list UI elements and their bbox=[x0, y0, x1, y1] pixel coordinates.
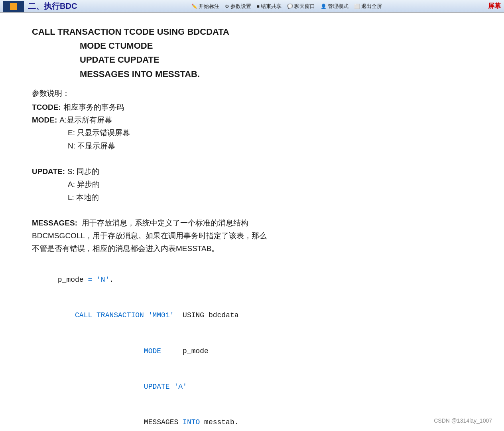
param-update-subitems: A: 异步的 L: 本地的 bbox=[32, 178, 472, 204]
code-messtab: messtab. bbox=[200, 418, 238, 426]
param-mode-key: MODE: bbox=[32, 114, 57, 127]
logo bbox=[3, 1, 24, 12]
code-transaction: TRANSACTION bbox=[92, 311, 148, 319]
param-tcode-value: 相应事务的事务码 bbox=[63, 101, 124, 114]
fullscreen-icon: ⬜ bbox=[354, 4, 360, 9]
code-spaces1: p_mode bbox=[161, 347, 209, 355]
param-mode-n: N: 不显示屏幕 bbox=[68, 140, 472, 152]
pencil-icon: ✏️ bbox=[191, 4, 197, 9]
param-update: UPDATE: S: 同步的 bbox=[32, 165, 472, 178]
toolbar-right-label: 屏幕 bbox=[488, 2, 501, 10]
messages-line1: MESSAGES: 用于存放消息，系统中定义了一个标准的消息结构 bbox=[32, 217, 472, 229]
admin-icon: 👤 bbox=[321, 4, 327, 9]
code-indent2 bbox=[58, 347, 144, 355]
code-line-1: CALL TRANSACTION TCODE USING BDCDATA bbox=[32, 25, 472, 39]
code-p-mode-var: p_mode bbox=[58, 276, 88, 284]
code-messages: MESSAGES bbox=[144, 418, 183, 426]
messages-text1: 用于存放消息，系统中定义了一个标准的消息结构 bbox=[82, 219, 248, 227]
chat-icon: 💬 bbox=[287, 4, 293, 9]
param-mode-subitems: E: 只显示错误屏幕 N: 不显示屏幕 bbox=[32, 127, 472, 152]
code-eq-sign: = bbox=[88, 276, 96, 284]
main-content: CALL TRANSACTION TCODE USING BDCDATA MOD… bbox=[0, 13, 504, 431]
code-example: p_mode = 'N'. CALL TRANSACTION 'MM01' US… bbox=[32, 263, 472, 431]
code-ex-line2: CALL TRANSACTION 'MM01' USING bdcdata bbox=[32, 298, 472, 334]
annotate-label: 开始标注 bbox=[199, 3, 219, 10]
param-section: 参数说明： TCODE: 相应事务的事务码 MODE: A:显示所有屏幕 E: … bbox=[32, 88, 472, 152]
param-mode: MODE: A:显示所有屏幕 bbox=[32, 114, 472, 127]
param-tcode: TCODE: 相应事务的事务码 bbox=[32, 101, 472, 114]
admin-label: 管理模式 bbox=[328, 3, 348, 10]
param-update-value: S: 同步的 bbox=[67, 165, 99, 178]
logo-square bbox=[10, 3, 17, 10]
code-indent4 bbox=[58, 418, 144, 426]
param-update-key: UPDATE: bbox=[32, 165, 65, 178]
csdn-watermark: CSDN @1314lay_1007 bbox=[434, 417, 492, 424]
code-into: INTO bbox=[183, 418, 200, 426]
code-ex-line1: p_mode = 'N'. bbox=[32, 263, 472, 298]
share-label: 结束共享 bbox=[261, 3, 282, 10]
messages-key: MESSAGES: bbox=[32, 219, 77, 227]
code-mode: MODE bbox=[144, 347, 161, 355]
toolbar-btn-settings[interactable]: ⚙ 参数设置 bbox=[225, 3, 251, 10]
gear-icon: ⚙ bbox=[225, 4, 229, 9]
toolbar-btn-exit-fullscreen[interactable]: ⬜ 退出全屏 bbox=[354, 3, 382, 10]
toolbar-btn-chat[interactable]: 💬 聊天窗口 bbox=[287, 3, 315, 10]
code-call: CALL bbox=[75, 311, 92, 319]
chat-label: 聊天窗口 bbox=[294, 3, 315, 10]
code-bdcdata: bdcdata bbox=[209, 311, 239, 319]
param-mode-value: A:显示所有屏幕 bbox=[59, 114, 112, 127]
toolbar: 二、执行BDC ✏️ 开始标注 ⚙ 参数设置 ■ 结束共享 💬 聊天窗口 👤 管… bbox=[0, 0, 504, 13]
exit-fullscreen-label: 退出全屏 bbox=[361, 3, 382, 10]
code-line-4: MESSAGES INTO MESSTAB. bbox=[32, 67, 472, 81]
code-block-main: CALL TRANSACTION TCODE USING BDCDATA MOD… bbox=[32, 25, 472, 81]
code-ex-line4: UPDATE 'A' bbox=[32, 369, 472, 405]
toolbar-btn-annotate[interactable]: ✏️ 开始标注 bbox=[191, 3, 219, 10]
code-indent3 bbox=[58, 383, 144, 391]
share-icon: ■ bbox=[257, 4, 260, 9]
code-n-val: 'N' bbox=[96, 276, 109, 284]
param-mode-e: E: 只显示错误屏幕 bbox=[68, 127, 472, 139]
param-update-a: A: 异步的 bbox=[68, 178, 472, 191]
code-mm01: 'MM01' bbox=[148, 311, 174, 319]
toolbar-btn-share[interactable]: ■ 结束共享 bbox=[257, 3, 282, 10]
messages-line3: 不管是否有错误，相应的消息都会进入内表MESSTAB。 bbox=[32, 242, 472, 255]
toolbar-title: 二、执行BDC bbox=[28, 1, 77, 12]
code-line-3: UPDATE CUPDATE bbox=[32, 53, 472, 67]
toolbar-btn-admin[interactable]: 👤 管理模式 bbox=[321, 3, 348, 10]
code-a-val: 'A' bbox=[174, 383, 187, 391]
param-title: 参数说明： bbox=[32, 88, 472, 99]
code-ex-line3: MODE p_mode bbox=[32, 334, 472, 369]
toolbar-center: ✏️ 开始标注 ⚙ 参数设置 ■ 结束共享 💬 聊天窗口 👤 管理模式 ⬜ 退出… bbox=[85, 3, 488, 10]
update-section: UPDATE: S: 同步的 A: 异步的 L: 本地的 bbox=[32, 165, 472, 204]
messages-line2: BDCMSGCOLL，用于存放消息。如果在调用事务时指定了该表，那么 bbox=[32, 229, 472, 242]
code-using: USING bbox=[174, 311, 209, 319]
code-indent1 bbox=[58, 311, 75, 319]
settings-label: 参数设置 bbox=[230, 3, 251, 10]
code-line-2: MODE CTUMODE bbox=[32, 39, 472, 53]
code-ex-line5: MESSAGES INTO messtab. bbox=[32, 405, 472, 431]
code-dot1: . bbox=[109, 276, 114, 284]
param-tcode-key: TCODE: bbox=[32, 101, 61, 114]
messages-section: MESSAGES: 用于存放消息，系统中定义了一个标准的消息结构 BDCMSGC… bbox=[32, 217, 472, 255]
param-update-l: L: 本地的 bbox=[68, 191, 472, 204]
code-update: UPDATE bbox=[144, 383, 174, 391]
